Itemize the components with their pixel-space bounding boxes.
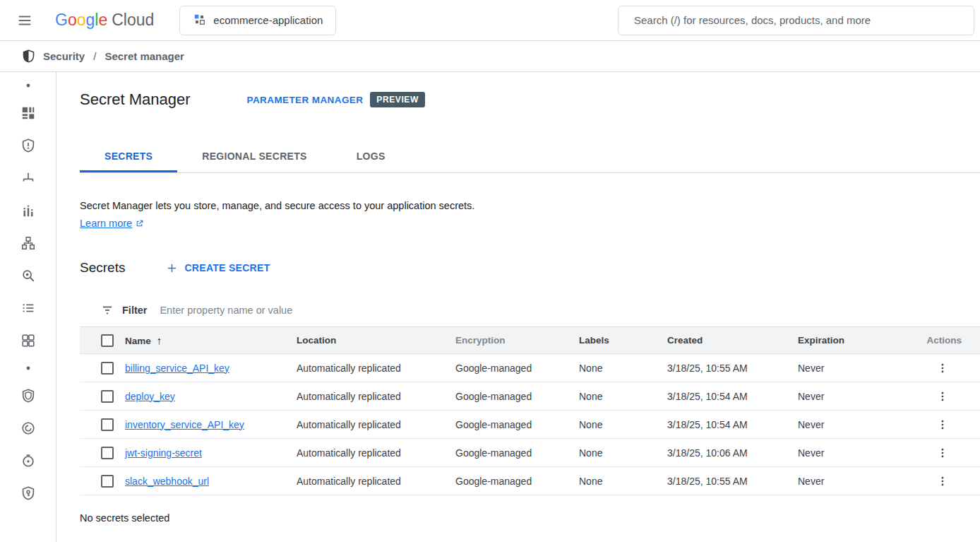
tabs: SECRETSREGIONAL SECRETSLOGS — [80, 140, 980, 173]
cell-expiration: Never — [798, 354, 904, 382]
secret-name-link[interactable]: billing_service_API_key — [125, 363, 229, 374]
dot-icon[interactable] — [20, 82, 37, 89]
cell-expiration: Never — [798, 411, 904, 439]
sort-ascending-icon: ↑ — [157, 334, 162, 346]
menu-hamburger-icon[interactable] — [16, 11, 34, 30]
row-actions-menu-icon[interactable] — [936, 361, 949, 375]
project-name: ecommerce-application — [213, 14, 323, 26]
table-header-row: Name↑LocationEncryptionLabelsCreatedExpi… — [80, 327, 980, 354]
row-checkbox[interactable] — [101, 390, 114, 403]
column-header-encryption: Encryption — [455, 327, 579, 354]
grid-squares-icon[interactable] — [20, 332, 37, 349]
cell-encryption: Google-managed — [455, 354, 579, 382]
column-header-labels: Labels — [579, 327, 667, 354]
shield-alert-icon[interactable] — [20, 137, 37, 154]
main-content: Secret Manager PARAMETER MANAGER PREVIEW… — [56, 72, 980, 542]
cell-labels: None — [579, 467, 667, 495]
cell-location: Automatically replicated — [297, 354, 455, 382]
filter-label: Filter — [122, 305, 147, 316]
breadcrumb-separator: / — [93, 50, 96, 62]
table-row: jwt-signing-secretAutomatically replicat… — [80, 439, 980, 467]
cell-encryption: Google-managed — [455, 382, 579, 411]
cell-location: Automatically replicated — [297, 467, 455, 495]
secret-name-link[interactable]: inventory_service_API_key — [125, 419, 244, 430]
target-icon[interactable] — [20, 452, 37, 469]
row-checkbox[interactable] — [101, 447, 114, 459]
column-header-select — [80, 327, 125, 354]
page-description: Secret Manager lets you store, manage, a… — [80, 199, 980, 213]
secrets-table-block: Filter Name↑LocationEncryptionLabelsCrea… — [80, 294, 980, 495]
cell-labels: None — [579, 382, 667, 411]
filter-icon — [101, 304, 114, 317]
dot-icon[interactable] — [20, 365, 37, 372]
cell-encryption: Google-managed — [455, 439, 579, 467]
create-secret-button[interactable]: CREATE SECRET — [166, 262, 270, 274]
page-title: Secret Manager — [80, 90, 191, 109]
search-gear-icon[interactable] — [20, 267, 37, 284]
learn-more-link[interactable]: Learn more — [80, 218, 144, 229]
overview-blocks-icon[interactable] — [20, 105, 37, 122]
table-row: deploy_keyAutomatically replicatedGoogle… — [80, 382, 980, 411]
column-header-actions: Actions — [904, 327, 980, 354]
external-link-icon — [135, 219, 144, 228]
column-header-location: Location — [297, 327, 455, 354]
access-tee-icon[interactable] — [20, 170, 37, 187]
cell-created: 3/18/25, 10:06 AM — [667, 439, 798, 467]
breadcrumb: Security / Secret manager — [0, 41, 980, 72]
cell-labels: None — [579, 354, 667, 382]
logo-google-text: Google — [55, 11, 107, 30]
compliance-circle-icon[interactable] — [20, 420, 37, 437]
shield-key-icon[interactable] — [20, 485, 37, 502]
breadcrumb-section[interactable]: Security — [43, 50, 85, 62]
secret-name-link[interactable]: deploy_key — [125, 391, 175, 402]
table-row: billing_service_API_keyAutomatically rep… — [80, 354, 980, 382]
parameter-manager-link[interactable]: PARAMETER MANAGER — [247, 95, 364, 105]
filter-input[interactable] — [158, 304, 980, 317]
top-bar: Google Cloud ecommerce-application — [0, 0, 980, 41]
project-icon — [193, 13, 206, 28]
cell-created: 3/18/25, 10:55 AM — [667, 354, 798, 382]
project-selector[interactable]: ecommerce-application — [179, 6, 336, 35]
hierarchy-icon[interactable] — [20, 235, 37, 252]
list-icon[interactable] — [20, 300, 37, 317]
sidebar — [0, 72, 56, 542]
row-actions-menu-icon[interactable] — [936, 474, 949, 488]
table-row: inventory_service_API_keyAutomatically r… — [80, 411, 980, 439]
select-all-checkbox[interactable] — [101, 334, 114, 347]
cell-location: Automatically replicated — [297, 411, 455, 439]
cell-location: Automatically replicated — [297, 382, 455, 411]
cell-labels: None — [579, 411, 667, 439]
filter-bar[interactable]: Filter — [80, 294, 980, 326]
search-input[interactable] — [618, 6, 974, 35]
secrets-table: Name↑LocationEncryptionLabelsCreatedExpi… — [80, 326, 980, 495]
security-shield-icon — [21, 49, 36, 64]
plus-icon — [166, 262, 178, 274]
cell-location: Automatically replicated — [297, 439, 455, 467]
chart-icon[interactable] — [20, 202, 37, 219]
secret-name-link[interactable]: jwt-signing-secret — [125, 447, 202, 459]
cell-expiration: Never — [798, 382, 904, 411]
selection-status-text: No secrets selected — [80, 512, 980, 524]
logo-cloud-text: Cloud — [112, 11, 154, 30]
secrets-section-heading: Secrets — [80, 260, 125, 276]
column-header-name[interactable]: Name↑ — [125, 327, 297, 354]
row-actions-menu-icon[interactable] — [936, 446, 949, 460]
cell-created: 3/18/25, 10:54 AM — [667, 382, 798, 411]
tab-secrets[interactable]: SECRETS — [80, 140, 177, 172]
row-checkbox[interactable] — [101, 475, 114, 488]
row-checkbox[interactable] — [101, 362, 114, 375]
secret-name-link[interactable]: slack_webhook_url — [125, 476, 209, 487]
shield-icon[interactable] — [20, 387, 37, 404]
cell-expiration: Never — [798, 439, 904, 467]
tab-regional-secrets[interactable]: REGIONAL SECRETS — [177, 140, 331, 172]
google-cloud-logo: Google Cloud — [55, 11, 154, 30]
row-checkbox[interactable] — [101, 418, 114, 431]
table-row: slack_webhook_urlAutomatically replicate… — [80, 467, 980, 495]
row-actions-menu-icon[interactable] — [936, 418, 949, 432]
tab-logs[interactable]: LOGS — [332, 140, 410, 172]
column-header-created: Created — [667, 327, 798, 354]
row-actions-menu-icon[interactable] — [936, 389, 949, 403]
column-header-expiration: Expiration — [798, 327, 904, 354]
cell-encryption: Google-managed — [455, 467, 579, 495]
cell-expiration: Never — [798, 467, 904, 495]
